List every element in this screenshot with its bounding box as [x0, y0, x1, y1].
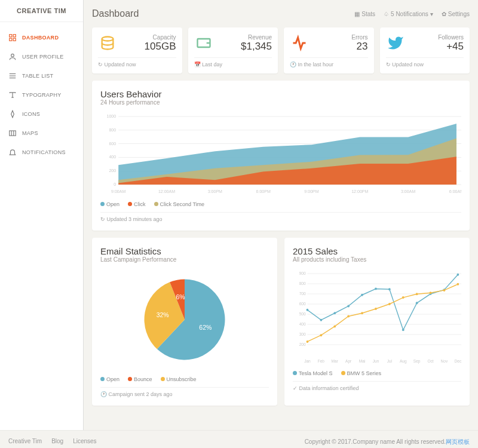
- svg-text:800: 800: [299, 281, 306, 286]
- svg-rect-2: [10, 38, 12, 41]
- svg-text:Mai: Mai: [359, 359, 366, 363]
- footer-link[interactable]: Creative Tim: [8, 438, 42, 446]
- card-title: 2015 Sales: [293, 246, 461, 256]
- sidebar-item-label: MAPS: [22, 130, 38, 136]
- users-behavior-card: Users Behavior 24 Hours performance 0200…: [92, 81, 470, 231]
- stats-button[interactable]: ▦ Stats: [354, 11, 375, 17]
- sidebar-item-dashboard[interactable]: DASHBOARD: [0, 28, 83, 47]
- sidebar-item-typography[interactable]: TYPOGRAPHY: [0, 85, 83, 105]
- card-footer: ✓ Data information certified: [293, 381, 461, 391]
- svg-point-85: [430, 291, 432, 294]
- legend-item: Open: [100, 201, 120, 207]
- svg-text:Aug: Aug: [400, 359, 407, 364]
- svg-text:Jul: Jul: [387, 359, 393, 363]
- brand-logo[interactable]: CREATIVE TIM: [0, 0, 83, 22]
- svg-text:12:00PM: 12:00PM: [351, 189, 368, 194]
- legend-item: Click Second Time: [154, 201, 205, 207]
- stat-card-followers: Followers+45 ↻ Updated now: [380, 27, 470, 73]
- svg-text:500: 500: [299, 312, 306, 316]
- database-icon: [98, 33, 117, 53]
- stat-footer: ↻ Updated now: [98, 57, 176, 67]
- type-icon: [8, 91, 17, 99]
- svg-text:Jun: Jun: [373, 359, 379, 363]
- svg-text:600: 600: [109, 142, 116, 146]
- svg-text:200: 200: [109, 168, 116, 173]
- svg-point-69: [375, 288, 377, 290]
- footer-link[interactable]: Licenses: [73, 438, 96, 446]
- svg-point-82: [388, 303, 391, 305]
- card-footer: 🕐 Campaign sent 2 days ago: [100, 387, 269, 397]
- svg-text:0: 0: [114, 182, 116, 186]
- copyright: Copyright © 2017.Company name All rights…: [305, 438, 470, 446]
- svg-text:9:00AM: 9:00AM: [111, 189, 125, 194]
- wallet-icon: [194, 33, 213, 53]
- svg-point-75: [456, 274, 459, 276]
- svg-text:6:00PM: 6:00PM: [256, 189, 271, 194]
- map-icon: [8, 129, 17, 137]
- stat-footer: 🕐 In the last hour: [290, 57, 368, 67]
- sidebar-item-notifications[interactable]: NOTIFICATIONS: [0, 143, 83, 162]
- svg-point-77: [320, 334, 322, 336]
- svg-text:9:00PM: 9:00PM: [304, 189, 318, 194]
- pie-chart: 62%32%6%: [100, 269, 269, 370]
- svg-rect-3: [13, 38, 16, 41]
- stat-label: Errors: [351, 34, 367, 41]
- footer-link[interactable]: Blog: [51, 438, 63, 446]
- svg-point-76: [307, 340, 309, 343]
- svg-text:6:00AM: 6:00AM: [449, 189, 461, 194]
- stat-value: 23: [351, 41, 367, 53]
- card-footer: ↻ Updated 3 minutes ago: [100, 212, 461, 222]
- sidebar-nav: DASHBOARD USER PROFILE TABLE LIST TYPOGR…: [0, 22, 83, 168]
- svg-point-84: [416, 293, 418, 295]
- svg-point-81: [375, 308, 377, 310]
- legend-item: Tesla Model S: [293, 370, 333, 376]
- svg-rect-0: [10, 35, 12, 37]
- svg-point-87: [456, 283, 459, 286]
- svg-point-64: [307, 309, 309, 311]
- svg-point-71: [402, 329, 405, 331]
- svg-text:Apr: Apr: [345, 359, 352, 364]
- svg-text:Sep: Sep: [413, 359, 421, 364]
- svg-point-80: [361, 312, 363, 314]
- settings-button[interactable]: ✿ Settings: [442, 11, 470, 17]
- sidebar-item-user-profile[interactable]: USER PROFILE: [0, 47, 83, 66]
- sidebar-item-table-list[interactable]: TABLE LIST: [0, 66, 83, 85]
- pen-icon: [8, 110, 17, 118]
- svg-text:Oct: Oct: [427, 359, 433, 363]
- svg-text:1000: 1000: [107, 114, 117, 118]
- card-title: Email Statistics: [100, 246, 269, 256]
- legend-item: Unsubscribe: [161, 376, 197, 382]
- svg-text:900: 900: [299, 271, 306, 275]
- footer-template-link[interactable]: 网页模板: [446, 438, 470, 445]
- sidebar-item-maps[interactable]: MAPS: [0, 124, 83, 143]
- stat-value: $1,345: [241, 41, 272, 53]
- sidebar-item-label: TYPOGRAPHY: [22, 92, 62, 98]
- svg-point-86: [443, 289, 446, 291]
- sidebar: CREATIVE TIM DASHBOARD USER PROFILE TABL…: [0, 0, 84, 430]
- sidebar-item-label: TABLE LIST: [22, 73, 53, 79]
- svg-text:800: 800: [109, 128, 116, 132]
- legend-item: Open: [100, 376, 120, 382]
- svg-text:400: 400: [109, 155, 116, 159]
- top-actions: ▦ Stats ♤ 5 Notifications ▾ ✿ Settings: [354, 11, 470, 17]
- svg-point-78: [333, 325, 336, 327]
- svg-point-70: [388, 288, 391, 290]
- stat-footer: ↻ Updated now: [386, 57, 464, 67]
- svg-text:300: 300: [299, 332, 306, 336]
- svg-text:3:00AM: 3:00AM: [401, 189, 415, 194]
- sidebar-item-label: USER PROFILE: [22, 54, 64, 60]
- legend-item: Bounce: [128, 376, 152, 382]
- stat-label: Capacity: [145, 34, 176, 41]
- sidebar-item-label: ICONS: [22, 111, 40, 117]
- svg-point-11: [102, 37, 114, 41]
- svg-point-83: [402, 296, 405, 299]
- svg-text:600: 600: [299, 302, 306, 306]
- legend: Tesla Model S BMW 5 Series: [293, 370, 461, 376]
- svg-text:700: 700: [299, 291, 306, 296]
- svg-point-67: [347, 305, 350, 307]
- sidebar-item-icons[interactable]: ICONS: [0, 105, 83, 124]
- stat-card-errors: Errors23 🕐 In the last hour: [284, 27, 374, 73]
- svg-text:Jan: Jan: [304, 359, 311, 363]
- stat-card-revenue: Revenue$1,345 📅 Last day: [188, 27, 278, 73]
- notifications-dropdown[interactable]: ♤ 5 Notifications ▾: [384, 11, 433, 17]
